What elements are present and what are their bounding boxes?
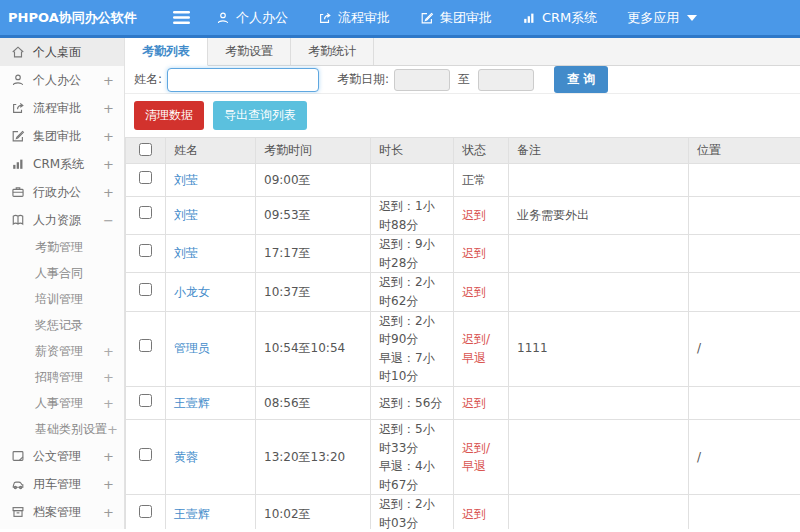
- date-to-input[interactable]: [478, 69, 534, 91]
- row-checkbox[interactable]: [139, 339, 152, 352]
- share-icon: [11, 101, 26, 115]
- date-from-input[interactable]: [394, 69, 450, 91]
- tab-attendance-settings[interactable]: 考勤设置: [208, 38, 291, 65]
- expand-icon[interactable]: +: [103, 505, 114, 520]
- sidebar-subitem[interactable]: 奖惩记录: [0, 312, 124, 338]
- sidebar-item-label: 集团审批: [33, 128, 81, 145]
- employee-name-link[interactable]: 王壹辉: [174, 396, 210, 410]
- col-header-location: 位置: [689, 138, 800, 164]
- row-checkbox[interactable]: [139, 283, 152, 296]
- sidebar-item[interactable]: 项目管理+: [0, 526, 124, 529]
- share-icon: [318, 11, 332, 25]
- expand-icon[interactable]: +: [103, 185, 114, 200]
- attendance-time-cell: 10:37至: [256, 273, 371, 311]
- duration-line: 迟到：1小时88分: [379, 197, 445, 234]
- sidebar-subitem[interactable]: 考勤管理: [0, 234, 124, 260]
- tab-attendance-stats[interactable]: 考勤统计: [291, 38, 374, 65]
- filter-bar: 姓名: 考勤日期: 至 查 询: [125, 66, 800, 94]
- hamburger-menu-icon[interactable]: [173, 11, 190, 24]
- status-badge: 迟到: [462, 507, 486, 521]
- expand-icon[interactable]: +: [103, 396, 114, 411]
- duration-cell: [371, 164, 454, 197]
- employee-name-link[interactable]: 刘莹: [174, 173, 198, 187]
- row-checkbox[interactable]: [139, 244, 152, 257]
- expand-icon[interactable]: +: [107, 422, 118, 437]
- attendance-table: 姓名 考勤时间 时长 状态 备注 位置 刘莹09:00至正常刘莹09:53至迟到…: [125, 137, 800, 529]
- nav-item-label: 集团审批: [440, 9, 492, 27]
- expand-icon[interactable]: +: [103, 370, 114, 385]
- employee-name-link[interactable]: 管理员: [174, 341, 210, 355]
- table-row: 刘莹09:53至迟到：1小时88分迟到业务需要外出: [126, 197, 800, 235]
- tab-attendance-list[interactable]: 考勤列表: [125, 38, 208, 66]
- sidebar-item[interactable]: 公文管理+: [0, 442, 124, 470]
- sidebar-item[interactable]: 个人办公+: [0, 66, 124, 94]
- sidebar-subitem-label: 人事管理: [35, 395, 83, 412]
- status-badge: 正常: [462, 173, 486, 187]
- duration-cell: 迟到：5小时33分早退：4小时67分: [371, 419, 454, 494]
- sidebar-subitem[interactable]: 人事合同: [0, 260, 124, 286]
- chart-icon: [522, 11, 536, 25]
- sidebar-item-label: 档案管理: [33, 504, 81, 521]
- sidebar-item[interactable]: 个人桌面: [0, 38, 124, 66]
- nav-item[interactable]: 个人办公: [216, 9, 288, 27]
- employee-name-link[interactable]: 王壹辉: [174, 507, 210, 521]
- duration-line: 迟到：2小时90分: [379, 312, 445, 349]
- employee-name-link[interactable]: 黄蓉: [174, 450, 198, 464]
- sidebar-item[interactable]: 集团审批+: [0, 122, 124, 150]
- sidebar-item[interactable]: 流程审批+: [0, 94, 124, 122]
- sidebar-subitem[interactable]: 基础类别设置+: [0, 416, 124, 442]
- row-checkbox[interactable]: [139, 394, 152, 407]
- expand-icon[interactable]: +: [103, 344, 114, 359]
- expand-icon[interactable]: +: [103, 129, 114, 144]
- note-cell: [509, 419, 689, 494]
- expand-icon[interactable]: +: [103, 101, 114, 116]
- expand-icon[interactable]: +: [103, 477, 114, 492]
- sidebar-item[interactable]: 档案管理+: [0, 498, 124, 526]
- search-button[interactable]: 查 询: [554, 66, 608, 93]
- export-list-button[interactable]: 导出查询列表: [213, 101, 307, 130]
- collapse-icon[interactable]: −: [103, 213, 114, 228]
- sidebar-subitem-label: 招聘管理: [35, 369, 83, 386]
- sidebar-item-label: 用车管理: [33, 476, 81, 493]
- table-header-row: 姓名 考勤时间 时长 状态 备注 位置: [126, 138, 800, 164]
- name-input[interactable]: [167, 68, 319, 92]
- expand-icon[interactable]: +: [103, 73, 114, 88]
- row-checkbox[interactable]: [139, 206, 152, 219]
- sidebar-item[interactable]: 用车管理+: [0, 470, 124, 498]
- sidebar-subitem[interactable]: 薪资管理+: [0, 338, 124, 364]
- duration-cell: 迟到：1小时88分: [371, 197, 454, 235]
- col-header-duration: 时长: [371, 138, 454, 164]
- col-header-name: 姓名: [166, 138, 256, 164]
- clean-data-button[interactable]: 清理数据: [134, 101, 204, 130]
- nav-item[interactable]: CRM系统: [522, 9, 597, 27]
- nav-item-label: CRM系统: [542, 9, 597, 27]
- sidebar-item[interactable]: CRM系统+: [0, 150, 124, 178]
- table-row: 刘莹17:17至迟到：9小时28分迟到: [126, 235, 800, 273]
- sidebar-subitem-label: 培训管理: [35, 291, 83, 308]
- nav-item[interactable]: 流程审批: [318, 9, 390, 27]
- note-cell: [509, 386, 689, 419]
- row-checkbox[interactable]: [139, 505, 152, 518]
- nav-item[interactable]: 更多应用: [627, 9, 697, 27]
- employee-name-link[interactable]: 刘莹: [174, 208, 198, 222]
- col-header-note: 备注: [509, 138, 689, 164]
- expand-icon[interactable]: +: [103, 449, 114, 464]
- archive-icon: [11, 505, 26, 519]
- expand-icon[interactable]: +: [103, 157, 114, 172]
- status-badge: 迟到: [462, 285, 486, 299]
- select-all-checkbox[interactable]: [139, 143, 152, 156]
- employee-name-link[interactable]: 刘莹: [174, 246, 198, 260]
- app-logo[interactable]: PHPOA协同办公软件: [0, 9, 125, 27]
- sidebar-subitem[interactable]: 培训管理: [0, 286, 124, 312]
- sidebar-subitem[interactable]: 招聘管理+: [0, 364, 124, 390]
- table-row: 小龙女10:37至迟到：2小时62分迟到: [126, 273, 800, 311]
- employee-name-link[interactable]: 小龙女: [174, 285, 210, 299]
- sidebar-item[interactable]: 人力资源−: [0, 206, 124, 234]
- nav-item[interactable]: 集团审批: [420, 9, 492, 27]
- sidebar-item[interactable]: 行政办公+: [0, 178, 124, 206]
- sidebar-item-label: 个人办公: [33, 72, 81, 89]
- sidebar-subitem[interactable]: 人事管理+: [0, 390, 124, 416]
- row-checkbox[interactable]: [139, 448, 152, 461]
- attendance-time-cell: 10:54至10:54: [256, 311, 371, 386]
- row-checkbox[interactable]: [139, 171, 152, 184]
